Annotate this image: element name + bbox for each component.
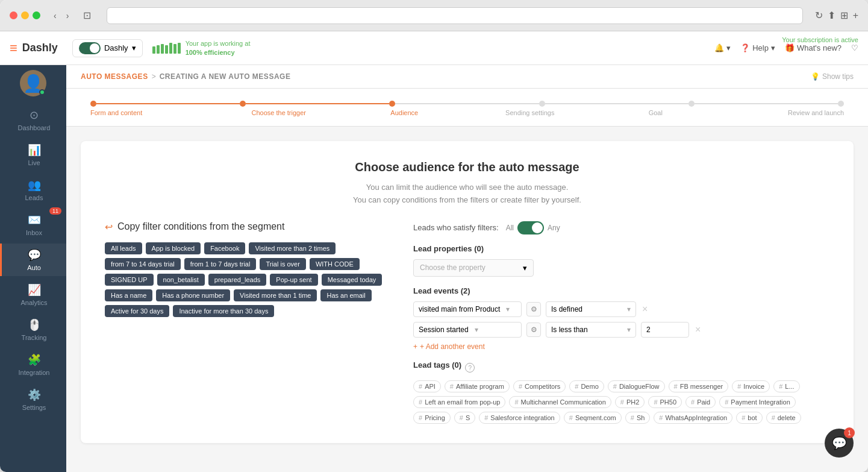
lead-tag-multichannel[interactable]: #Multichannel Communication — [509, 396, 611, 408]
whats-new-button[interactable]: 🎁 What's new? — [785, 43, 841, 52]
event-1-remove-button[interactable]: × — [641, 303, 649, 316]
lead-tag-demo[interactable]: #Demo — [569, 380, 604, 392]
step-label-audience[interactable]: Audience — [342, 109, 467, 116]
tag-signed-up[interactable]: SIGNED UP — [105, 274, 154, 286]
step-label-form[interactable]: Form and content — [90, 109, 216, 116]
lead-tag-seqment[interactable]: #Seqment.com — [564, 412, 622, 424]
sidebar-label-analytics: Analytics — [20, 299, 47, 306]
new-tab-button[interactable]: ⊞ — [840, 10, 848, 21]
event-2-remove-button[interactable]: × — [694, 323, 702, 336]
lead-tag-dialogueflow[interactable]: #DialogueFlow — [608, 380, 665, 392]
sidebar-item-tracking[interactable]: 🖱️ Tracking — [0, 313, 66, 346]
event-1-settings-button[interactable]: ⚙ — [526, 302, 541, 316]
tag-prepared-leads[interactable]: prepared_leads — [208, 274, 266, 286]
reload-button[interactable]: ↻ — [815, 10, 823, 21]
sidebar-item-integration[interactable]: 🧩 Integration — [0, 348, 66, 381]
event-1-name-select[interactable]: visited main from Product ▾ — [413, 301, 522, 317]
sidebar-item-inbox[interactable]: ✉️ Inbox 11 — [0, 209, 66, 241]
lead-tag-pricing[interactable]: #Pricing — [413, 412, 451, 424]
step-line-2 — [246, 103, 389, 104]
tag-inactive-30[interactable]: Inactive for more than 30 days — [173, 305, 274, 317]
sidebar-item-live[interactable]: 📊 Live — [0, 139, 66, 171]
tracking-icon: 🖱️ — [28, 318, 41, 332]
sidebar-label-inbox: Inbox — [26, 229, 42, 236]
lead-tag-s[interactable]: #S — [454, 412, 475, 424]
lead-tag-payment-integration[interactable]: #Payment Integration — [719, 396, 796, 408]
sidebar-item-settings[interactable]: ⚙️ Settings — [0, 383, 66, 416]
tag-visited-2[interactable]: Visited more than 2 times — [249, 242, 336, 254]
url-bar[interactable] — [107, 7, 802, 24]
lead-tag-l[interactable]: #L... — [773, 380, 799, 392]
workspace-selector[interactable]: Dashly ▾ — [72, 39, 143, 57]
tag-messaged-today[interactable]: Messaged today — [322, 274, 382, 286]
tag-has-phone[interactable]: Has a phone number — [156, 289, 230, 301]
sidebar-item-leads[interactable]: 👥 Leads — [0, 174, 66, 206]
nav-actions: 🔔 ▾ ❓ Help ▾ 🎁 What's new? ♡ — [714, 43, 858, 52]
event-2-settings-button[interactable]: ⚙ — [526, 323, 541, 337]
lead-tag-bot[interactable]: #bot — [736, 412, 762, 424]
tag-non-betalist[interactable]: non_betalist — [157, 274, 205, 286]
maximize-window-button[interactable] — [33, 11, 40, 19]
tag-trial-over[interactable]: Trial is over — [260, 258, 305, 270]
tag-popup-sent[interactable]: Pop-up sent — [270, 274, 317, 286]
help-button[interactable]: ❓ Help ▾ — [740, 43, 775, 52]
step-label-trigger[interactable]: Choose the trigger — [216, 109, 342, 116]
lead-tag-delete[interactable]: #delete — [766, 412, 801, 424]
lead-tag-paid[interactable]: #Paid — [685, 396, 716, 408]
leads-icon: 👥 — [28, 178, 41, 192]
tag-has-name[interactable]: Has a name — [105, 289, 152, 301]
step-label-goal[interactable]: Goal — [593, 109, 719, 116]
add-tab-button[interactable]: + — [853, 10, 858, 21]
lead-tag-ph2[interactable]: #PH2 — [615, 396, 645, 408]
tags-help-icon[interactable]: ? — [465, 363, 475, 373]
minimize-window-button[interactable] — [21, 11, 29, 19]
lead-tag-competitors[interactable]: #Competitors — [513, 380, 566, 392]
event-2-condition-select[interactable]: Is less than ▾ — [546, 322, 636, 338]
title-bar: ‹ › ⊡ ↻ ⬆ ⊞ + — [0, 0, 868, 31]
tag-all-leads[interactable]: All leads — [105, 242, 142, 254]
lead-tag-fb-messenger[interactable]: #FB messenger — [669, 380, 729, 392]
lead-tag-api[interactable]: #API — [413, 380, 441, 392]
tag-app-blocked[interactable]: App is blocked — [146, 242, 201, 254]
lead-tag-ph50[interactable]: #PH50 — [648, 396, 682, 408]
add-event-button[interactable]: + + Add another event — [413, 342, 829, 351]
event-1-condition-select[interactable]: Is defined ▾ — [546, 301, 636, 317]
sidebar-item-analytics[interactable]: 📈 Analytics — [0, 278, 66, 311]
lead-tag-affiliate[interactable]: #Affiliate program — [445, 380, 510, 392]
lead-tag-whatsapp[interactable]: #WhatsAppIntegration — [654, 412, 732, 424]
close-window-button[interactable] — [10, 11, 17, 19]
lead-tag-sh[interactable]: #Sh — [625, 412, 651, 424]
forward-button[interactable]: › — [63, 10, 73, 22]
tag-with-code[interactable]: WITH CODE — [310, 258, 360, 270]
lead-tag-invoice[interactable]: #Invoice — [732, 380, 770, 392]
show-tips-button[interactable]: 💡 Show tips — [811, 72, 854, 81]
tag-visited-1[interactable]: Visited more than 1 time — [234, 289, 317, 301]
lead-tag-email-popup[interactable]: #Left an email from pop-up — [413, 396, 505, 408]
tag-facebook[interactable]: Facebook — [204, 242, 245, 254]
sidebar-label-settings: Settings — [22, 404, 46, 411]
event-1-name-text: visited main from Product — [419, 305, 500, 313]
property-placeholder: Choose the property — [420, 263, 486, 272]
tag-active-30[interactable]: Active for 30 days — [105, 305, 169, 317]
back-button[interactable]: ‹ — [50, 10, 60, 22]
breadcrumb-parent[interactable]: AUTO MESSAGES — [81, 72, 148, 81]
sidebar-toggle-button[interactable]: ⊡ — [80, 8, 95, 22]
tag-1-7-trial[interactable]: from 1 to 7 days trial — [184, 258, 257, 270]
notifications-button[interactable]: 🔔 ▾ — [714, 43, 731, 52]
sidebar-item-dashboard[interactable]: ⊙ Dashboard — [0, 104, 66, 136]
page-content: Choose audience for the auto message You… — [66, 127, 868, 458]
share-button[interactable]: ⬆ — [828, 10, 835, 21]
favorite-button[interactable]: ♡ — [851, 43, 858, 52]
sidebar-item-auto[interactable]: 💬 Auto — [0, 244, 66, 276]
step-label-review[interactable]: Review and launch — [719, 109, 845, 116]
property-select-dropdown[interactable]: Choose the property ▾ — [413, 259, 534, 277]
all-any-toggle[interactable] — [517, 221, 544, 234]
tag-7-14-trial[interactable]: from 7 to 14 days trial — [105, 258, 181, 270]
event-2-name-select[interactable]: Session started ▾ — [413, 322, 522, 338]
step-label-sending[interactable]: Sending settings — [467, 109, 593, 116]
chat-bubble-button[interactable]: 💬 1 — [825, 429, 854, 458]
tag-has-email[interactable]: Has an email — [320, 289, 371, 301]
lead-tag-salesforce[interactable]: #Salesforce integration — [479, 412, 560, 424]
event-1-condition-chevron: ▾ — [627, 305, 631, 313]
event-2-value-input[interactable] — [641, 322, 689, 338]
